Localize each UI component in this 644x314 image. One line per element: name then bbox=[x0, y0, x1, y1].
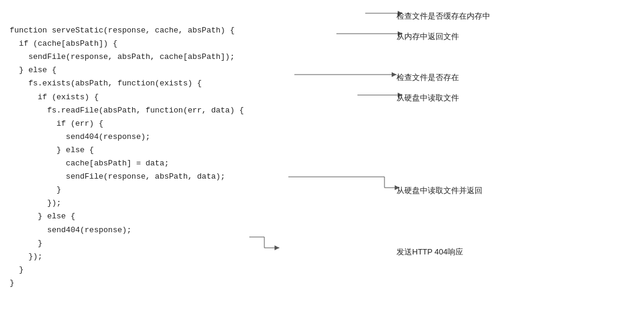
code-line-0: function serveStatic(response, cache, ab… bbox=[10, 26, 234, 35]
code-line-19: } bbox=[10, 279, 14, 288]
code-line-2: sendFile(response, absPath, cache[absPat… bbox=[10, 52, 234, 61]
code-line-5: if (exists) { bbox=[10, 93, 99, 102]
annotation-6-text: 发送HTTP 404响应 bbox=[396, 247, 463, 257]
code-line-15: send404(response); bbox=[10, 226, 132, 235]
annotation-5: 从硬盘中读取文件并返回 bbox=[396, 185, 482, 196]
code-line-12: } bbox=[10, 185, 61, 194]
code-line-8: send404(response); bbox=[10, 132, 150, 141]
annotation-4: 从硬盘中读取文件 bbox=[396, 93, 459, 103]
code-block: function serveStatic(response, cache, ab… bbox=[0, 6, 390, 308]
annotations-area: 检查文件是否缓存在内存中 从内存中返回文件 检查文件是否存在 从硬盘中读取文件 … bbox=[390, 6, 644, 308]
annotation-4-text: 从硬盘中读取文件 bbox=[396, 93, 459, 103]
main-container: function serveStatic(response, cache, ab… bbox=[0, 0, 644, 314]
annotation-1: 检查文件是否缓存在内存中 bbox=[396, 11, 490, 22]
code-line-14: } else { bbox=[10, 212, 75, 221]
code-line-6: fs.readFile(absPath, function(err, data)… bbox=[10, 106, 244, 115]
code-line-16: } bbox=[10, 239, 43, 248]
code-line-13: }); bbox=[10, 199, 61, 208]
code-line-1: if (cache[absPath]) { bbox=[10, 39, 117, 48]
code-line-18: } bbox=[10, 265, 23, 274]
code-line-17: }); bbox=[10, 252, 43, 261]
annotation-3-text: 检查文件是否存在 bbox=[396, 72, 459, 83]
code-line-11: sendFile(response, absPath, data); bbox=[10, 172, 225, 181]
annotation-3: 检查文件是否存在 bbox=[396, 72, 459, 83]
annotation-2-text: 从内存中返回文件 bbox=[396, 31, 459, 42]
code-line-9: } else { bbox=[10, 146, 94, 155]
code-line-4: fs.exists(absPath, function(exists) { bbox=[10, 79, 202, 88]
code-line-3: } else { bbox=[10, 66, 56, 75]
code-line-10: cache[absPath] = data; bbox=[10, 159, 169, 168]
code-line-7: if (err) { bbox=[10, 119, 103, 128]
annotation-5-text: 从硬盘中读取文件并返回 bbox=[396, 185, 482, 196]
annotation-6: 发送HTTP 404响应 bbox=[396, 247, 463, 257]
annotation-1-text: 检查文件是否缓存在内存中 bbox=[396, 11, 490, 22]
annotation-2: 从内存中返回文件 bbox=[396, 31, 459, 42]
